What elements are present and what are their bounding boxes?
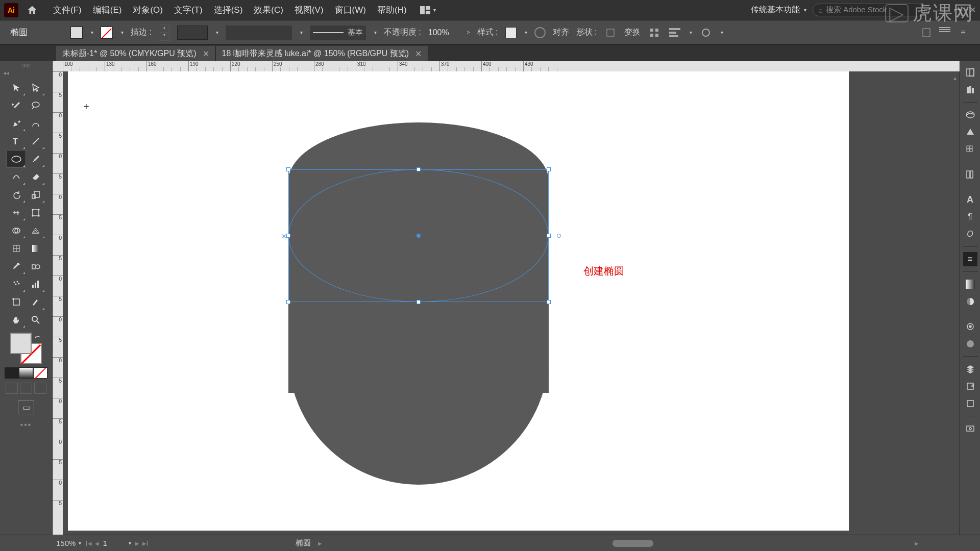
selection-tool[interactable]	[7, 79, 26, 96]
menu-file[interactable]: 文件(F)	[48, 2, 87, 18]
artboards-panel-icon[interactable]	[963, 396, 977, 411]
rotate-tool[interactable]	[7, 186, 26, 204]
isolate-icon[interactable]	[648, 26, 661, 39]
eyedropper-tool[interactable]	[7, 257, 26, 275]
stroke-panel-icon[interactable]: ≡	[963, 252, 977, 266]
type-tool[interactable]: T	[7, 132, 26, 150]
properties-panel-icon[interactable]	[963, 65, 977, 80]
brush-profile-select[interactable]: 基本	[310, 26, 366, 40]
chevron-down-icon[interactable]: ▾	[374, 30, 377, 35]
chevron-down-icon[interactable]: ▾	[721, 30, 723, 35]
zoom-tool[interactable]	[26, 311, 45, 329]
last-artboard-icon[interactable]: ▸I	[142, 539, 149, 548]
menu-select[interactable]: 选择(S)	[209, 2, 248, 18]
stroke-weight-select[interactable]	[177, 26, 208, 40]
document-tab[interactable]: 18 咖啡带来灵感 luke.ai* @ 150% (RGB/GPU 预览) ✕	[216, 46, 429, 61]
fill-color-swatch[interactable]	[70, 27, 83, 39]
graphic-style-swatch[interactable]	[505, 27, 517, 38]
width-tool[interactable]	[7, 204, 26, 221]
chevron-down-icon[interactable]: ▾	[690, 30, 692, 35]
opentype-panel-icon[interactable]: O	[963, 227, 977, 241]
chevron-down-icon[interactable]: ▾	[129, 540, 131, 546]
asset-export-panel-icon[interactable]	[963, 379, 977, 393]
arrange-docs-button[interactable]: ▾	[420, 6, 436, 14]
search-input[interactable]: ⌕ 搜索 Adobe Stock	[813, 4, 925, 16]
edit-toolbar-icon[interactable]: •••	[20, 420, 32, 430]
menu-view[interactable]: 视图(V)	[289, 2, 329, 18]
chevron-down-icon[interactable]: ▾	[91, 30, 93, 35]
close-button[interactable]: ✕	[969, 5, 976, 15]
pie-handle[interactable]	[557, 234, 561, 238]
brushes-panel-icon[interactable]	[963, 167, 977, 182]
resize-handle[interactable]	[286, 167, 290, 171]
workspace-selector[interactable]: 传统基本功能 ▾	[751, 5, 806, 15]
perspective-grid-tool[interactable]	[26, 221, 45, 239]
menu-type[interactable]: 文字(T)	[169, 2, 208, 18]
scroll-right-icon[interactable]: ▸	[915, 539, 919, 548]
home-button[interactable]	[24, 3, 40, 18]
swap-fill-stroke-icon[interactable]: ⤺	[35, 333, 41, 341]
resize-handle[interactable]	[547, 300, 551, 304]
opacity-value[interactable]: 100%	[428, 28, 459, 37]
chevron-down-icon[interactable]: >	[467, 30, 470, 35]
shape-properties-icon[interactable]	[604, 26, 617, 39]
paragraph-panel-icon[interactable]: ¶	[963, 210, 977, 224]
symbols-panel-icon[interactable]	[963, 421, 977, 436]
color-panel-icon[interactable]	[963, 108, 977, 122]
mesh-tool[interactable]	[7, 239, 26, 257]
status-arrow-icon[interactable]: ▸	[318, 539, 322, 548]
collapse-icon[interactable]: ◂◂	[3, 69, 9, 77]
ruler-horizontal[interactable]: 100130160190220250280310340370400430	[53, 61, 960, 71]
maximize-button[interactable]: ▭	[953, 5, 961, 15]
align-to-icon[interactable]	[668, 26, 681, 39]
curvature-tool[interactable]	[26, 114, 45, 132]
character-panel-icon[interactable]: A	[963, 192, 977, 207]
resize-handle[interactable]	[286, 300, 290, 304]
draw-inside-icon[interactable]	[34, 383, 46, 394]
draw-normal-icon[interactable]	[6, 383, 18, 394]
resize-handle[interactable]	[547, 234, 551, 238]
ruler-vertical[interactable]: 0505050505050505050505	[53, 71, 63, 535]
pen-tool[interactable]	[7, 114, 26, 132]
prev-artboard-icon[interactable]: ◂	[95, 539, 99, 548]
panel-menu-icon[interactable]: ≡	[957, 26, 970, 39]
layers-panel-icon[interactable]	[963, 362, 977, 376]
blend-tool[interactable]	[26, 257, 45, 275]
panel-grip-icon[interactable]	[13, 64, 39, 67]
symbol-sprayer-tool[interactable]	[7, 275, 26, 293]
graphic-styles-panel-icon[interactable]	[963, 337, 977, 351]
gradient-panel-icon[interactable]	[963, 277, 977, 291]
line-tool[interactable]	[26, 132, 45, 150]
direct-selection-tool[interactable]	[26, 79, 45, 96]
chevron-down-icon[interactable]: ▾	[300, 30, 303, 35]
resize-handle[interactable]	[416, 167, 421, 171]
column-graph-tool[interactable]	[26, 275, 45, 293]
fill-swatch[interactable]	[10, 333, 32, 354]
fill-stroke-indicator[interactable]: ⤺	[10, 333, 42, 364]
ellipse-tool[interactable]	[7, 150, 26, 168]
stroke-color-swatch[interactable]	[101, 27, 113, 39]
appearance-panel-icon[interactable]	[963, 319, 977, 334]
hand-tool[interactable]	[7, 311, 26, 329]
artboard-number[interactable]: 1	[103, 539, 124, 547]
horizontal-scrollbar-thumb[interactable]	[612, 540, 653, 547]
slice-tool[interactable]	[26, 293, 45, 311]
transform-label[interactable]: 变换	[624, 27, 641, 38]
artboard[interactable]: ✕ 创建椭圆 +	[68, 71, 849, 531]
recolor-artwork-icon[interactable]	[534, 27, 546, 38]
eraser-tool[interactable]	[26, 168, 45, 186]
chevron-down-icon[interactable]: ▾	[121, 30, 124, 35]
zoom-selector[interactable]: 150% ▾	[56, 539, 81, 547]
color-none-icon[interactable]	[33, 367, 47, 379]
artboard-region[interactable]: ✕ 创建椭圆 + ▴	[63, 71, 960, 535]
resize-handle[interactable]	[416, 300, 421, 304]
magic-wand-tool[interactable]	[7, 96, 26, 114]
screen-mode-button[interactable]: ▭	[18, 400, 34, 414]
menu-edit[interactable]: 编辑(E)	[88, 2, 127, 18]
libraries-panel-icon[interactable]	[963, 83, 977, 97]
lasso-tool[interactable]	[26, 96, 45, 114]
swatches-panel-icon[interactable]	[963, 142, 977, 157]
minimize-button[interactable]: —	[937, 5, 945, 15]
variable-width-profile[interactable]	[226, 26, 292, 40]
scroll-up-icon[interactable]: ▴	[953, 74, 957, 82]
